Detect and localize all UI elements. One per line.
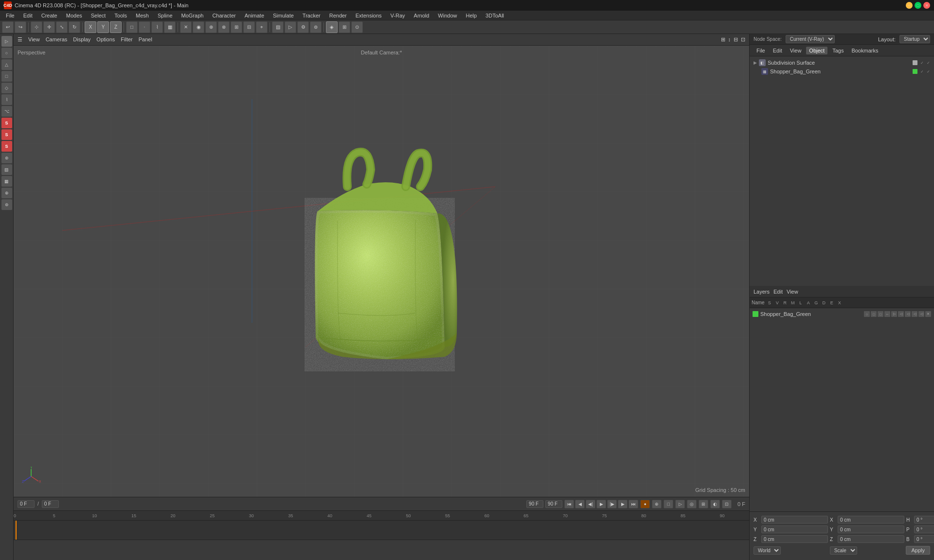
tree-item-subdivision[interactable]: ▶ ◧ Subdivision Surface ✓ ✓ [752, 58, 932, 67]
menu-extensions[interactable]: Extensions [352, 12, 386, 19]
object-mode-button[interactable]: □ [126, 21, 138, 33]
menu-mesh[interactable]: Mesh [132, 12, 153, 19]
y-pos-field[interactable] [761, 525, 828, 533]
menu-tools[interactable]: Tools [110, 12, 131, 19]
layer-expressions[interactable]: ◁ [918, 311, 924, 317]
animation-button[interactable]: ◎ [687, 500, 697, 508]
playhead[interactable] [16, 521, 17, 540]
edge-mode-button[interactable]: ⌇ [151, 21, 163, 33]
layer-dynamics[interactable]: ◁ [912, 311, 917, 317]
x-rot-field[interactable] [838, 516, 904, 524]
toggle-button-4[interactable]: ⊗ [218, 21, 230, 33]
step-fwd-button[interactable]: ▶ [618, 500, 628, 508]
edit-tab[interactable]: Edit [770, 47, 785, 54]
menu-simulate[interactable]: Simulate [269, 12, 298, 19]
coord-system-dropdown[interactable]: World [754, 546, 781, 555]
toggle-button-5[interactable]: ⊞ [231, 21, 242, 33]
menu-edit[interactable]: Edit [19, 12, 36, 19]
menu-spline[interactable]: Spline [154, 12, 177, 19]
sidebar-motion-icon[interactable]: ⊕ [1, 188, 12, 198]
bookmarks-tab[interactable]: Bookmarks [848, 47, 881, 54]
live-selection-button[interactable]: ⊹ [31, 21, 42, 33]
viewport-view-menu[interactable]: View [28, 36, 40, 43]
menu-render[interactable]: Render [325, 12, 351, 19]
b-field[interactable] [914, 535, 934, 543]
prev-key-button[interactable]: ◀| [586, 500, 595, 508]
frame-end-input[interactable] [42, 500, 59, 508]
viewport-menu-icon[interactable]: ☰ [18, 36, 22, 43]
tags-tab[interactable]: Tags [829, 47, 846, 54]
tangent-button[interactable]: ◐ [710, 500, 720, 508]
sidebar-s3-icon[interactable]: S [1, 141, 12, 152]
render-region-button[interactable]: ▨ [272, 21, 284, 33]
viewport-display-menu[interactable]: Display [73, 36, 90, 43]
start-frame-input[interactable] [526, 500, 543, 508]
viewport-filter-menu[interactable]: Filter [121, 36, 132, 43]
menu-modes[interactable]: Modes [62, 12, 86, 19]
layer-render[interactable]: □ [878, 311, 883, 317]
p-field[interactable] [914, 525, 934, 533]
record-button[interactable]: ● [640, 500, 650, 508]
z-pos-field[interactable] [761, 535, 828, 543]
menu-v-ray[interactable]: V-Ray [387, 12, 409, 19]
tree-item-bag[interactable]: ▦ Shopper_Bag_Green ✓ ✓ [752, 67, 932, 76]
viewport-cameras-menu[interactable]: Cameras [46, 36, 68, 43]
sidebar-hair-icon[interactable]: ▧ [1, 164, 12, 175]
subdivision-vis-icon[interactable]: ✓ [920, 61, 924, 65]
menu-mograph[interactable]: MoGraph [178, 12, 208, 19]
object-tab[interactable]: Object [806, 47, 827, 54]
bag-lock-icon[interactable]: ✓ [927, 70, 930, 74]
layer-exclude[interactable]: ✕ [925, 311, 931, 317]
layer-solo[interactable]: ○ [864, 311, 870, 317]
view-tab[interactable]: View [787, 47, 805, 54]
current-frame-input[interactable] [18, 500, 35, 508]
step-back-button[interactable]: ◀ [575, 500, 585, 508]
render-anim-button[interactable]: ⊡ [722, 500, 732, 508]
menu-help[interactable]: Help [462, 12, 481, 19]
layers-edit-tab[interactable]: Edit [773, 289, 783, 295]
motion-path-button[interactable]: ⊞ [699, 500, 708, 508]
viewport-options-menu[interactable]: Options [96, 36, 115, 43]
snap-button[interactable]: ⌖ [256, 21, 268, 33]
viewport-icon-1[interactable]: ⊞ [721, 36, 725, 43]
uv-button[interactable]: ⊞ [339, 21, 350, 33]
y-rot-field[interactable] [838, 525, 904, 533]
minimize-button[interactable]: − [906, 2, 913, 9]
layer-manager[interactable]: ↔ [884, 311, 890, 317]
viewport-icon-4[interactable]: ⊡ [741, 36, 745, 43]
x-pos-field[interactable] [761, 516, 828, 524]
sidebar-paint-icon[interactable]: ⊛ [1, 153, 12, 163]
play-reverse-button[interactable]: ▷ [675, 500, 685, 508]
play-button[interactable]: ▶ [596, 500, 606, 508]
bag-vis-icon[interactable]: ✓ [920, 70, 924, 74]
poly-mode-button[interactable]: ▦ [164, 21, 176, 33]
viewport-canvas[interactable]: Perspective Default Camera:* Grid Spacin… [14, 46, 749, 497]
redo-button[interactable]: ↪ [15, 21, 26, 33]
toggle-button-2[interactable]: ◉ [193, 21, 204, 33]
go-end-button[interactable]: ⏭ [629, 500, 638, 508]
menu-create[interactable]: Create [37, 12, 61, 19]
title-bar-controls[interactable]: − □ ✕ [906, 2, 930, 9]
prev-frame-button[interactable]: □ [664, 500, 673, 508]
maximize-button[interactable]: □ [915, 2, 921, 9]
menu-animate[interactable]: Animate [241, 12, 268, 19]
toggle-button-1[interactable]: ✕ [180, 21, 192, 33]
menu-tracker[interactable]: Tracker [299, 12, 324, 19]
h-field[interactable] [914, 516, 934, 524]
sidebar-deform-icon[interactable]: □ [1, 71, 12, 82]
menu-select[interactable]: Select [87, 12, 110, 19]
menu-window[interactable]: Window [434, 12, 461, 19]
undo-button[interactable]: ↩ [2, 21, 14, 33]
close-button[interactable]: ✕ [923, 2, 930, 9]
texture-mode-button[interactable]: ◈ [326, 21, 338, 33]
point-mode-button[interactable]: · [139, 21, 150, 33]
scale-button[interactable]: ⤡ [56, 21, 68, 33]
layer-generators[interactable]: ◁ [905, 311, 911, 317]
sidebar-s1-icon[interactable]: S [1, 118, 12, 128]
y-axis-button[interactable]: Y [97, 21, 109, 33]
viewport-icon-2[interactable]: ↕ [728, 36, 731, 43]
sidebar-simulation-icon[interactable]: ⊚ [1, 199, 12, 210]
menu-3dtoall[interactable]: 3DToAll [482, 12, 508, 19]
record-auto-button[interactable]: ⊕ [652, 500, 662, 508]
move-button[interactable]: ✛ [43, 21, 55, 33]
